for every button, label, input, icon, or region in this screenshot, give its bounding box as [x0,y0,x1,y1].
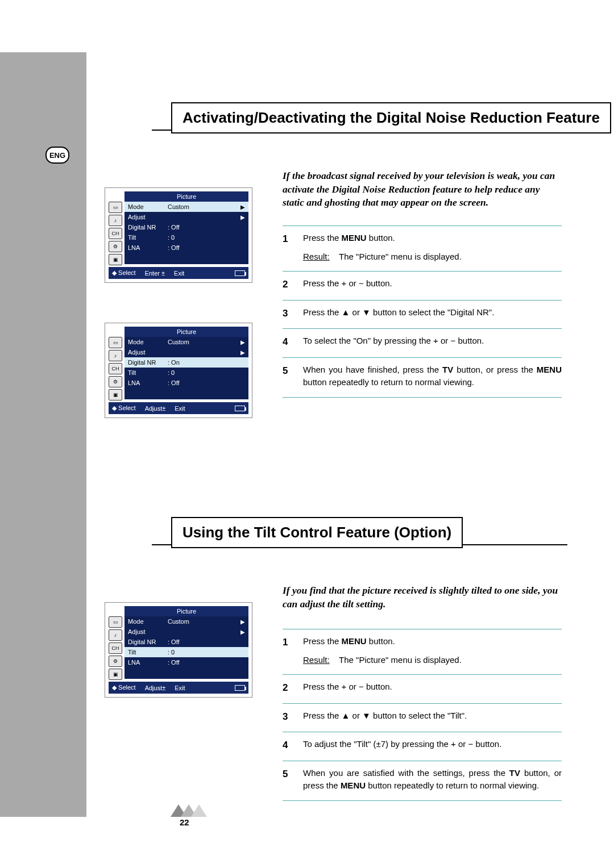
osd-row-lna: LNA: Off [125,657,248,667]
step-number: 3 [283,710,303,724]
step-number: 5 [283,767,303,792]
chevron-right-icon: ▶ [240,629,245,635]
left-sidebar [0,52,86,817]
step-number: 1 [283,635,303,666]
divider [283,271,562,272]
step-text: Press the ▲ or ▼ button to select the "D… [303,306,562,321]
sound-icon: ♪ [109,215,122,226]
battery-icon [235,270,245,276]
divider [283,300,562,301]
step-number: 4 [283,335,303,349]
battery-icon [235,406,245,411]
result-label: Result: [303,252,330,261]
section-title-1: Activating/Deactivating the Digital Nois… [171,102,611,133]
osd-row-dnr: Digital NR: Off [125,637,248,647]
divider [283,629,562,629]
language-badge: ENG [45,147,69,164]
osd-row-adjust: Adjust▶ [125,347,248,357]
footer-arrow-icon [171,804,205,817]
osd-row-mode: ModeCustom▶ [125,616,248,627]
chevron-right-icon: ▶ [240,619,245,625]
osd-footer: ◆ Select Adjust± Exit [109,402,248,414]
section-title-2: Using the Tilt Control Feature (Option) [171,517,463,548]
divider [283,703,562,704]
section2-intro: If you find that the picture received is… [283,584,562,611]
pip-icon: ▣ [109,669,122,680]
step-text: Press the MENU button. Result: The "Pict… [303,232,562,263]
step-number: 2 [283,277,303,292]
divider [283,397,562,398]
pip-icon: ▣ [109,389,122,400]
step-text: Press the + or − button. [303,277,562,292]
osd-row-adjust: Adjust▶ [125,212,248,222]
step-text: When you have finished, press the TV but… [303,364,562,389]
step-text: Press the MENU button. Result: The "Pict… [303,635,562,666]
picture-icon: ▭ [109,616,122,628]
divider [283,761,562,761]
divider [283,674,562,675]
setup-icon: ⚙ [109,241,122,252]
divider [283,328,562,329]
sound-icon: ♪ [109,629,122,641]
osd-row-dnr: Digital NR: Off [125,222,248,232]
osd-row-mode: ModeCustom▶ [125,202,248,212]
osd-title: Picture [125,191,248,202]
battery-icon [235,685,245,691]
step-text: When you are satisfied with the settings… [303,767,562,792]
pip-icon: ▣ [109,254,122,265]
setup-icon: ⚙ [109,376,122,387]
channel-icon: CH [109,363,122,374]
step-item: 1 Press the MENU button. Result: The "Pi… [283,232,562,263]
osd-row-dnr: Digital NR: On [125,357,248,368]
osd-title: Picture [125,327,248,337]
osd-row-adjust: Adjust▶ [125,627,248,637]
osd-row-lna: LNA: Off [125,378,248,388]
osd-row-tilt: Tilt: 0 [125,368,248,378]
chevron-right-icon: ▶ [240,349,245,356]
page-number: 22 [180,817,189,827]
result-label: Result: [303,655,330,665]
osd-row-tilt: Tilt: 0 [125,232,248,243]
step-text: Press the ▲ or ▼ button to select the "T… [303,710,562,724]
osd-row-lna: LNA: Off [125,243,248,253]
step-text: To select the "On" by pressing the + or … [303,335,562,349]
osd-footer: ◆ Select Enter ± Exit [109,267,248,279]
osd-menu-3: Picture ▭ ♪ CH ⚙ ▣ ModeCustom▶ Adjust▶ D… [105,602,252,698]
setup-icon: ⚙ [109,656,122,667]
osd-menu-2: Picture ▭ ♪ CH ⚙ ▣ ModeCustom▶ Adjust▶ D… [105,323,252,418]
osd-icon-rail: ▭ ♪ CH ⚙ ▣ [109,616,125,682]
step-number: 3 [283,306,303,321]
step-text: Press the + or − button. [303,681,562,695]
step-number: 2 [283,681,303,695]
osd-row-tilt: Tilt: 0 [125,647,248,657]
osd-title: Picture [125,606,248,616]
section1-intro: If the broadcast signal received by your… [283,169,562,210]
step-number: 1 [283,232,303,263]
chevron-right-icon: ▶ [240,214,245,220]
sound-icon: ♪ [109,350,122,361]
picture-icon: ▭ [109,337,122,348]
updown-icon: ◆ [112,684,117,691]
divider [283,800,562,801]
result-text: The "Picture" menu is displayed. [339,655,462,665]
chevron-right-icon: ▶ [240,339,245,345]
osd-menu-1: Picture ▭ ♪ CH ⚙ ▣ ModeCustom▶ Adjust▶ D… [105,187,252,283]
step-number: 4 [283,738,303,753]
channel-icon: CH [109,228,122,239]
channel-icon: CH [109,642,122,654]
osd-footer: ◆ Select Adjust± Exit [109,682,248,694]
section2-steps: 1 Press the MENU button. Result: The "Pi… [283,627,562,807]
updown-icon: ◆ [112,269,117,276]
chevron-right-icon: ▶ [240,204,245,210]
osd-row-mode: ModeCustom▶ [125,337,248,347]
section1-steps: 1 Press the MENU button. Result: The "Pi… [283,224,562,403]
divider [283,732,562,732]
osd-icon-rail: ▭ ♪ CH ⚙ ▣ [109,337,125,402]
divider [283,226,562,226]
divider [283,357,562,358]
picture-icon: ▭ [109,202,122,213]
step-number: 5 [283,364,303,389]
updown-icon: ◆ [112,404,117,411]
step-item: 1 Press the MENU button. Result: The "Pi… [283,635,562,666]
step-text: To adjust the "Tilt" (±7) by pressing th… [303,738,562,753]
